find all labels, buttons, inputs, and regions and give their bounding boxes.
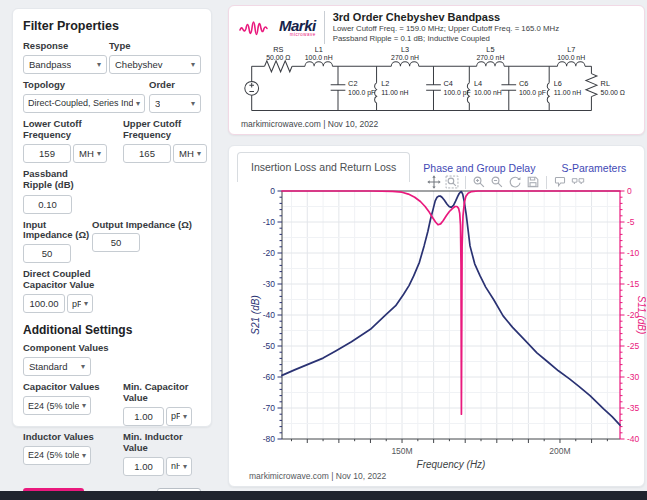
part-rl-name: RL — [601, 80, 610, 89]
part-rs-name: RS — [273, 45, 283, 54]
svg-text:-5: -5 — [627, 217, 635, 227]
min-inductor-label: Min. Inductor Value — [123, 432, 201, 454]
order-label: Order — [149, 80, 201, 91]
part-l4-name: L4 — [474, 80, 482, 89]
component-values-select[interactable]: Standard — [23, 357, 91, 376]
circuit-footer: markimicrowave.com | Nov 10, 2022 — [241, 119, 378, 129]
part-l4-value: 10.00 nH — [474, 89, 502, 96]
svg-text:-35: -35 — [627, 403, 640, 413]
min-inductor-input[interactable] — [123, 457, 164, 476]
min-capacitor-label: Min. Capacitor Value — [123, 382, 201, 404]
response-label: Response — [23, 41, 107, 52]
circuit-schematic: RS 50.00 Ω L1 100.0 nH L3 270.0 nH L5 27… — [237, 42, 641, 120]
inductor-values-label: Inductor Values — [23, 432, 107, 443]
component-values-label: Component Values — [23, 343, 201, 354]
part-rl-value: 50.00 Ω — [601, 89, 625, 96]
svg-text:-60: -60 — [263, 372, 276, 382]
marki-logo: Marki microwave — [239, 14, 316, 40]
dcc-unit-select[interactable]: pF — [67, 294, 93, 313]
part-l3-value: 270.0 nH — [391, 54, 419, 61]
part-l5-value: 270.0 nH — [476, 54, 504, 61]
brand-name: Marki — [279, 18, 316, 33]
svg-text:-40: -40 — [627, 434, 640, 444]
svg-text:-40: -40 — [263, 310, 276, 320]
svg-text:-20: -20 — [263, 248, 276, 258]
svg-text:150M: 150M — [391, 446, 412, 456]
chart-footer: markimicrowave.com | Nov 10, 2022 — [249, 471, 386, 481]
inductor-values-select[interactable]: E24 (5% toleranc — [23, 446, 91, 465]
svg-text:-70: -70 — [263, 403, 276, 413]
order-select[interactable]: 3 — [149, 94, 201, 113]
sparameter-plot[interactable]: 0-10-20-30-40-50-60-70-800-5-10-15-20-25… — [229, 146, 646, 476]
lower-cutoff-label: Lower Cutoff Frequency — [23, 119, 107, 141]
output-impedance-input[interactable] — [92, 233, 140, 252]
ripple-label: Passband Ripple (dB) — [23, 169, 83, 191]
part-c6-name: C6 — [519, 80, 528, 89]
input-impedance-input[interactable] — [23, 244, 71, 263]
svg-text:0: 0 — [627, 186, 632, 196]
part-l2-name: L2 — [381, 80, 389, 89]
input-impedance-label: Input Impedance (Ω) — [23, 220, 90, 242]
svg-text:Frequency (Hz): Frequency (Hz) — [417, 459, 486, 470]
part-l2-value: 11.00 nH — [381, 89, 408, 96]
svg-text:-15: -15 — [627, 279, 640, 289]
marki-wave-icon — [239, 14, 279, 40]
svg-text:-10: -10 — [627, 248, 640, 258]
part-c2-name: C2 — [348, 80, 357, 89]
capacitor-values-label: Capacitor Values — [23, 382, 107, 393]
min-capacitor-unit-select[interactable]: pF — [166, 407, 192, 426]
lower-cutoff-input[interactable] — [23, 144, 71, 163]
part-l7-name: L7 — [567, 45, 575, 54]
svg-text:-80: -80 — [263, 434, 276, 444]
part-c4-value: 100.0 pF — [444, 89, 471, 97]
part-c6-value: 100.0 pF — [519, 89, 546, 97]
type-label: Type — [109, 41, 201, 52]
upper-cutoff-label: Upper Cutoff Frequency — [123, 119, 207, 141]
output-impedance-label: Output Impedance (Ω) — [92, 220, 201, 231]
min-capacitor-input[interactable] — [123, 407, 164, 426]
capacitor-values-select[interactable]: E24 (5% toleranc — [23, 396, 91, 415]
circuit-subtitle-1: Lower Cutoff Freq. = 159.0 MHz; Upper Cu… — [333, 24, 559, 34]
part-rs-value: 50.00 Ω — [266, 54, 290, 61]
min-inductor-unit-select[interactable]: nH — [166, 457, 192, 476]
panel-title: Filter Properties — [23, 19, 201, 33]
part-l6-name: L6 — [554, 80, 562, 89]
svg-text:-25: -25 — [627, 341, 640, 351]
svg-text:-30: -30 — [263, 279, 276, 289]
topology-label: Topology — [23, 80, 145, 91]
response-select[interactable]: Bandpass — [23, 55, 107, 74]
part-l3-name: L3 — [401, 45, 409, 54]
svg-text:200M: 200M — [549, 446, 570, 456]
type-select[interactable]: Chebyshev — [109, 55, 201, 74]
filter-properties-panel: Filter Properties Response Bandpass Type… — [12, 8, 212, 427]
upper-cutoff-unit-select[interactable]: MHz — [173, 144, 207, 163]
chart-card: Insertion Loss and Return Loss Phase and… — [228, 145, 645, 487]
svg-text:-50: -50 — [263, 341, 276, 351]
part-l1-name: L1 — [315, 45, 323, 54]
part-l6-value: 11.00 nH — [554, 89, 581, 96]
ripple-input[interactable] — [23, 195, 72, 214]
svg-text:-30: -30 — [627, 372, 640, 382]
dcc-input[interactable] — [23, 294, 65, 313]
svg-text:S21 (dB): S21 (dB) — [250, 295, 261, 334]
circuit-title: 3rd Order Chebyshev Bandpass — [333, 11, 559, 24]
topology-select[interactable]: Direct-Coupled, Series Inductor — [23, 94, 145, 113]
part-l5-name: L5 — [486, 45, 494, 54]
upper-cutoff-input[interactable] — [123, 144, 171, 163]
svg-text:-10: -10 — [263, 217, 276, 227]
dcc-label: Direct Coupled Capacitor Value — [23, 269, 115, 291]
circuit-schematic-card: Marki microwave 3rd Order Chebyshev Band… — [228, 5, 645, 135]
part-c2-value: 100.0 pF — [348, 89, 375, 97]
additional-settings-title: Additional Settings — [23, 323, 201, 337]
svg-text:0: 0 — [270, 186, 275, 196]
part-l7-value: 100.0 nH — [557, 54, 585, 61]
lower-cutoff-unit-select[interactable]: MHz — [73, 144, 107, 163]
part-c4-name: C4 — [444, 80, 453, 89]
part-l1-value: 100.0 nH — [305, 54, 333, 61]
svg-text:S11 (dB): S11 (dB) — [636, 296, 646, 335]
bottom-bar — [0, 491, 647, 500]
